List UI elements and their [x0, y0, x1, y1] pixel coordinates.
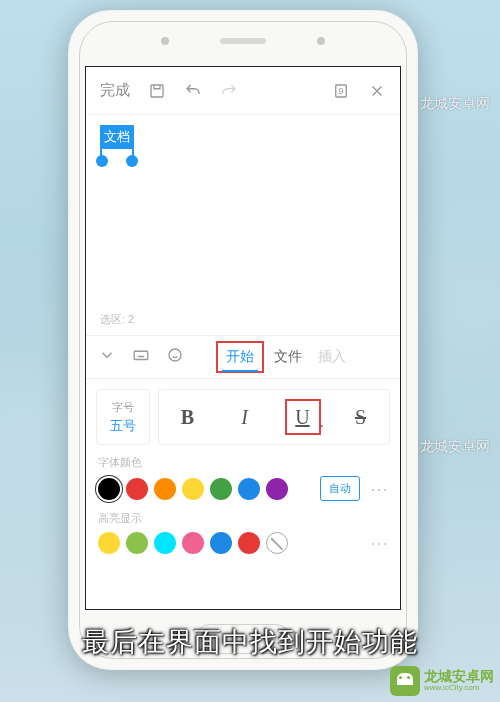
svg-rect-2: [134, 351, 148, 359]
tab-insert[interactable]: 插入: [312, 341, 352, 373]
font-color-row: 自动 ⋯: [96, 476, 390, 501]
close-icon[interactable]: [368, 82, 386, 100]
more-highlight-icon[interactable]: ⋯: [370, 532, 388, 554]
hl-swatch-green[interactable]: [126, 532, 148, 554]
keyboard-icon[interactable]: [126, 346, 156, 368]
more-colors-icon[interactable]: ⋯: [370, 478, 388, 500]
underline-button[interactable]: U: [285, 399, 321, 435]
font-size-value: 五号: [110, 417, 136, 435]
tab-start[interactable]: 开始: [216, 341, 264, 373]
auto-color-button[interactable]: 自动: [320, 476, 360, 501]
svg-rect-0: [151, 85, 163, 97]
color-swatch-yellow[interactable]: [182, 478, 204, 500]
svg-point-3: [169, 349, 181, 361]
color-swatch-purple[interactable]: [266, 478, 288, 500]
phone-mockup: 完成 9 文档 选区: 2 开始 文件 插入 字号 五号 B I U S 字体颜…: [68, 10, 418, 670]
app-screen: 完成 9 文档 选区: 2 开始 文件 插入 字号 五号 B I U S 字体颜…: [85, 66, 401, 610]
strikethrough-button[interactable]: S: [344, 399, 378, 435]
phone-sensor: [161, 37, 169, 45]
save-icon[interactable]: [148, 82, 166, 100]
font-style-bar: B I U S: [158, 389, 390, 445]
hl-swatch-red[interactable]: [238, 532, 260, 554]
color-swatch-red[interactable]: [126, 478, 148, 500]
page-count-icon[interactable]: 9: [332, 82, 350, 100]
color-swatch-green[interactable]: [210, 478, 232, 500]
emoji-icon[interactable]: [160, 346, 190, 368]
selection-info: 选区: 2: [100, 312, 134, 327]
hl-swatch-cyan[interactable]: [154, 532, 176, 554]
hl-swatch-blue[interactable]: [210, 532, 232, 554]
home-button[interactable]: [195, 624, 291, 654]
collapse-icon[interactable]: [92, 346, 122, 368]
undo-icon[interactable]: [184, 82, 202, 100]
phone-camera: [317, 37, 325, 45]
done-button[interactable]: 完成: [100, 81, 130, 100]
color-swatch-orange[interactable]: [154, 478, 176, 500]
font-size-selector[interactable]: 字号 五号: [96, 389, 150, 445]
highlight-label: 高亮显示: [98, 511, 390, 526]
hl-swatch-pink[interactable]: [182, 532, 204, 554]
highlight-color-row: ⋯: [96, 532, 390, 554]
ribbon-tabbar: 开始 文件 插入: [86, 335, 400, 379]
bold-button[interactable]: B: [171, 399, 205, 435]
redo-icon[interactable]: [220, 82, 238, 100]
format-panel: 字号 五号 B I U S 字体颜色 自动 ⋯ 高亮显示 ⋯: [86, 379, 400, 564]
font-size-label: 字号: [112, 400, 134, 415]
italic-button[interactable]: I: [228, 399, 262, 435]
top-toolbar: 完成 9: [86, 67, 400, 115]
no-highlight-icon[interactable]: [266, 532, 288, 554]
selected-text[interactable]: 文档: [100, 125, 134, 149]
color-swatch-blue[interactable]: [238, 478, 260, 500]
color-swatch-black[interactable]: [98, 478, 120, 500]
phone-speaker: [220, 38, 266, 44]
hl-swatch-yellow[interactable]: [98, 532, 120, 554]
font-color-label: 字体颜色: [98, 455, 390, 470]
document-canvas[interactable]: 文档 选区: 2: [86, 115, 400, 335]
tab-file[interactable]: 文件: [268, 341, 308, 373]
